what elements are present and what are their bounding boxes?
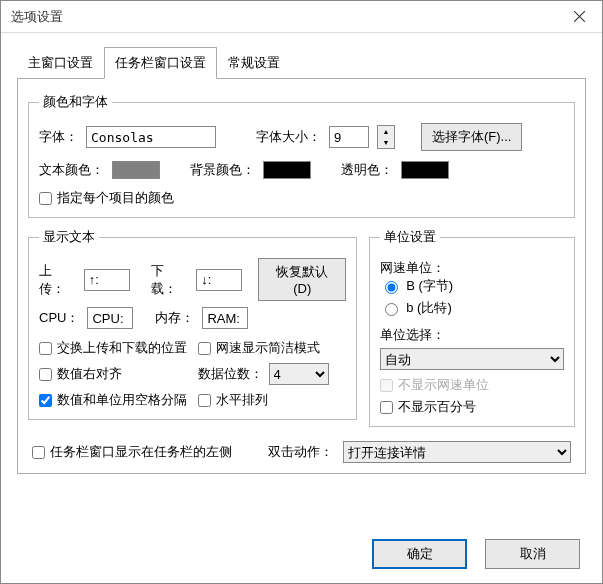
per-item-color-input[interactable]	[39, 192, 52, 205]
spinner-down[interactable]: ▼	[378, 137, 394, 148]
window-title: 选项设置	[11, 8, 557, 26]
right-align-checkbox[interactable]: 数值右对齐	[39, 363, 188, 385]
dbl-click-label: 双击动作：	[268, 443, 333, 461]
net-unit-label: 网速单位：	[380, 260, 445, 275]
radio-byte[interactable]: B (字节)	[380, 277, 564, 295]
bg-color-label: 背景颜色：	[190, 161, 255, 179]
restore-default-button[interactable]: 恢复默认(D)	[258, 258, 346, 301]
upload-input[interactable]	[84, 269, 130, 291]
horizontal-checkbox[interactable]: 水平排列	[198, 391, 347, 409]
tab-pane: 颜色和字体 字体： 字体大小： ▲ ▼ 选择字体(F)... 文本颜色：	[17, 79, 586, 474]
download-input[interactable]	[196, 269, 242, 291]
tab-general[interactable]: 常规设置	[217, 47, 291, 79]
trans-color-label: 透明色：	[341, 161, 393, 179]
titlebar: 选项设置	[1, 1, 602, 33]
unit-settings-group: 单位设置 网速单位： B (字节) b (比特) 单位选择： 自动 不显示网速单…	[369, 228, 575, 427]
digits-select[interactable]: 4	[269, 363, 329, 385]
choose-font-button[interactable]: 选择字体(F)...	[421, 123, 522, 151]
unit-select-label: 单位选择：	[380, 327, 445, 342]
font-color-legend: 颜色和字体	[39, 93, 112, 111]
tab-taskbar-window[interactable]: 任务栏窗口设置	[104, 47, 217, 79]
display-text-group: 显示文本 上传： 下载： 恢复默认(D) CPU：	[28, 228, 357, 420]
font-color-group: 颜色和字体 字体： 字体大小： ▲ ▼ 选择字体(F)... 文本颜色：	[28, 93, 575, 218]
spinner-up[interactable]: ▲	[378, 126, 394, 137]
font-input[interactable]	[86, 126, 216, 148]
tab-main-window[interactable]: 主窗口设置	[17, 47, 104, 79]
net-concise-checkbox[interactable]: 网速显示简洁模式	[198, 339, 347, 357]
unit-select[interactable]: 自动	[380, 348, 564, 370]
cpu-label: CPU：	[39, 309, 79, 327]
font-size-label: 字体大小：	[256, 128, 321, 146]
text-color-swatch[interactable]	[112, 161, 160, 179]
per-item-color-checkbox[interactable]: 指定每个项目的颜色	[39, 189, 174, 207]
text-color-label: 文本颜色：	[39, 161, 104, 179]
dbl-click-select[interactable]: 打开连接详情	[343, 441, 571, 463]
show-left-side-checkbox[interactable]: 任务栏窗口显示在任务栏的左侧	[32, 443, 232, 461]
tab-bar: 主窗口设置 任务栏窗口设置 常规设置	[17, 47, 586, 79]
close-button[interactable]	[557, 1, 602, 33]
radio-bit[interactable]: b (比特)	[380, 299, 564, 317]
dialog-buttons: 确定 取消	[372, 539, 580, 569]
digits-label: 数据位数：	[198, 365, 263, 383]
options-dialog: 选项设置 主窗口设置 任务栏窗口设置 常规设置 颜色和字体 字体： 字体大小： …	[0, 0, 603, 584]
hide-net-unit-checkbox: 不显示网速单位	[380, 376, 564, 394]
cpu-input[interactable]	[87, 307, 133, 329]
font-label: 字体：	[39, 128, 78, 146]
close-icon	[574, 11, 585, 22]
swap-pos-checkbox[interactable]: 交换上传和下载的位置	[39, 339, 188, 357]
download-label: 下载：	[151, 262, 188, 298]
mem-label: 内存：	[155, 309, 194, 327]
bg-color-swatch[interactable]	[263, 161, 311, 179]
cancel-button[interactable]: 取消	[485, 539, 580, 569]
hide-percent-checkbox[interactable]: 不显示百分号	[380, 398, 564, 416]
font-size-input[interactable]	[329, 126, 369, 148]
mem-input[interactable]	[202, 307, 248, 329]
unit-settings-legend: 单位设置	[380, 228, 440, 246]
font-size-spinner: ▲ ▼	[377, 125, 395, 149]
ok-button[interactable]: 确定	[372, 539, 467, 569]
display-text-legend: 显示文本	[39, 228, 99, 246]
upload-label: 上传：	[39, 262, 76, 298]
space-sep-checkbox[interactable]: 数值和单位用空格分隔	[39, 391, 188, 409]
trans-color-swatch[interactable]	[401, 161, 449, 179]
